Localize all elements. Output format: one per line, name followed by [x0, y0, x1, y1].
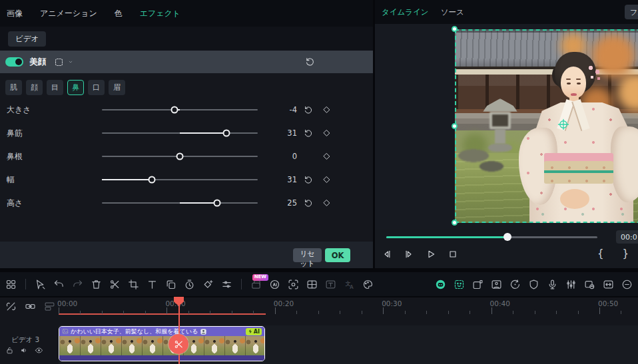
preview-video-frame[interactable]: [455, 29, 638, 223]
keyframe-diamond-icon[interactable]: [322, 175, 331, 184]
video-clip[interactable]: かわいい日本女子、前髪なし、和服を着ている AI: [59, 326, 265, 361]
slider-handle[interactable]: [214, 199, 221, 206]
slider-label: 鼻筋: [7, 127, 23, 138]
resize-handle-top-left[interactable]: [452, 26, 458, 32]
keyframe-icon[interactable]: [202, 279, 214, 290]
speed-timer-icon[interactable]: [184, 279, 195, 290]
selection-box-icon[interactable]: [54, 57, 64, 67]
play-icon[interactable]: [426, 249, 436, 260]
slider-reset-icon[interactable]: [304, 105, 313, 114]
slider-handle[interactable]: [148, 176, 155, 183]
eye-icon[interactable]: [35, 346, 43, 355]
beauty-toggle[interactable]: [5, 57, 23, 67]
timeline-ruler[interactable]: 00:0000:1000:2000:3000:4000:50: [0, 297, 638, 325]
tab-animation[interactable]: アニメーション: [40, 8, 97, 19]
select-cursor-icon[interactable]: [35, 279, 46, 290]
ruler-label: 00:00: [57, 299, 77, 307]
clip-marker-icon[interactable]: [472, 279, 483, 290]
unlink-icon[interactable]: [5, 301, 17, 312]
fullscreen-button[interactable]: フル: [625, 5, 638, 19]
video-filter-chip[interactable]: ビデオ: [8, 31, 46, 47]
ruler-tick: [296, 311, 297, 314]
split-scissors-icon[interactable]: [109, 279, 121, 290]
speaker-icon[interactable]: [20, 346, 29, 355]
record-mic-icon[interactable]: [547, 279, 558, 290]
ai-tools-icon[interactable]: [269, 279, 280, 290]
slider-track[interactable]: [102, 156, 258, 157]
audio-mixer-icon[interactable]: [565, 279, 577, 290]
keyframe-diamond-icon[interactable]: [322, 152, 331, 160]
apps-grid-icon[interactable]: [5, 279, 17, 290]
next-frame-icon[interactable]: [404, 249, 414, 260]
feature-tab-目[interactable]: 目: [47, 80, 63, 95]
prev-frame-icon[interactable]: [382, 249, 392, 260]
reset-effect-icon[interactable]: [305, 57, 315, 67]
mark-in-out-buttons: { }: [597, 248, 629, 260]
image-overlay-icon[interactable]: [491, 279, 502, 290]
render-preview-icon[interactable]: [509, 279, 521, 290]
scene-detection-icon[interactable]: [306, 279, 318, 290]
resize-handle-mid-left[interactable]: [452, 123, 458, 129]
crop-icon[interactable]: [128, 279, 139, 290]
duplicate-icon[interactable]: [165, 279, 176, 290]
color-palette-ai-icon[interactable]: [362, 279, 374, 290]
ruler-tick: [448, 311, 449, 314]
toolbar-divider: [25, 279, 26, 289]
ruler-tick: [362, 311, 362, 314]
progress-handle[interactable]: [503, 233, 511, 241]
chevron-down-icon[interactable]: [67, 59, 74, 65]
tab-image[interactable]: 画像: [7, 8, 23, 19]
slider-track[interactable]: [102, 132, 258, 134]
link-clips-icon[interactable]: [25, 301, 36, 312]
denoise-shield-icon[interactable]: [528, 279, 539, 290]
reset-button[interactable]: リセット: [293, 248, 322, 262]
keyframe-diamond-icon[interactable]: [322, 105, 331, 114]
ai-badge-label: AI: [254, 329, 260, 335]
ok-button[interactable]: OK: [325, 248, 350, 262]
ai-assistant-icon[interactable]: [435, 279, 446, 290]
tab-color[interactable]: 色: [115, 8, 123, 19]
slider-label: 高さ: [7, 197, 23, 208]
slider-handle[interactable]: [171, 106, 178, 113]
tab-timeline[interactable]: タイムライン: [382, 7, 429, 17]
keyframe-diamond-icon[interactable]: [322, 198, 331, 207]
slider-handle[interactable]: [223, 129, 230, 136]
mark-out-button[interactable]: }: [623, 248, 629, 260]
preview-quality-icon[interactable]: [584, 279, 595, 290]
slider-row: 幅31: [0, 168, 373, 191]
toolbar-left-group: NEW文A: [5, 279, 374, 290]
lock-open-icon[interactable]: [5, 346, 14, 355]
zoom-out-icon[interactable]: [621, 279, 633, 290]
adjust-icon[interactable]: [221, 279, 232, 290]
track-control-icons: [5, 346, 43, 355]
add-text-icon[interactable]: [147, 279, 158, 290]
slider-track[interactable]: [102, 109, 258, 110]
feature-tab-顔[interactable]: 顔: [26, 80, 43, 95]
stop-icon[interactable]: [448, 249, 458, 260]
slider-handle[interactable]: [176, 152, 184, 160]
slider-track[interactable]: [102, 202, 258, 204]
fit-width-icon[interactable]: [603, 279, 614, 290]
split-clip-button[interactable]: [168, 334, 188, 354]
tab-effect[interactable]: エフェクト: [140, 8, 180, 19]
preview-tab-bar: タイムライン ソース: [375, 0, 638, 24]
delete-icon[interactable]: [91, 279, 102, 290]
face-tracking-icon[interactable]: [288, 279, 299, 290]
beauty-face-icon[interactable]: [454, 279, 465, 290]
feature-tab-眉[interactable]: 眉: [109, 80, 125, 95]
resize-handle-bottom-left[interactable]: [452, 220, 458, 226]
feature-tab-口[interactable]: 口: [88, 80, 105, 95]
slider-track[interactable]: [102, 179, 258, 180]
slider-reset-icon[interactable]: [304, 175, 313, 184]
slider-reset-icon[interactable]: [304, 128, 313, 138]
track-header: ビデオ 3: [0, 325, 59, 364]
feature-tab-肌[interactable]: 肌: [5, 80, 22, 95]
mark-in-button[interactable]: {: [597, 248, 604, 260]
progress-fill: [386, 236, 507, 238]
tab-source[interactable]: ソース: [441, 7, 464, 17]
playback-progress-bar[interactable]: [386, 236, 597, 238]
undo-icon[interactable]: [53, 279, 65, 290]
feature-tab-鼻[interactable]: 鼻: [67, 80, 84, 95]
keyframe-diamond-icon[interactable]: [322, 128, 331, 137]
slider-reset-icon[interactable]: [304, 198, 313, 208]
